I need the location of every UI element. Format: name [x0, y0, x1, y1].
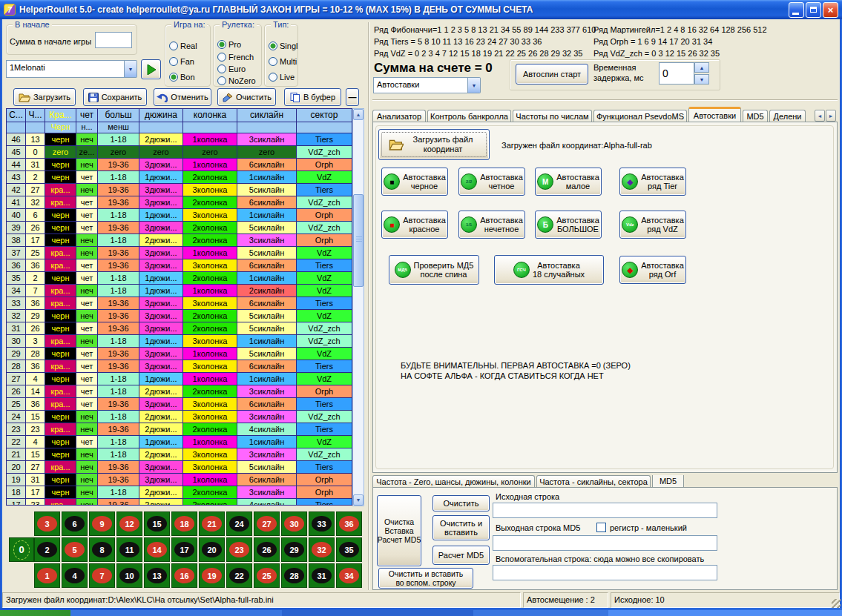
board-cell[interactable]: 18	[171, 511, 197, 536]
radio-icon[interactable]	[169, 73, 178, 82]
tab-scroll-left-icon[interactable]: ◄	[815, 110, 825, 122]
toolbar-button-2[interactable]: Сохранить	[83, 88, 147, 106]
scroll-up-icon[interactable]: ▲	[353, 109, 364, 120]
md5-source-input[interactable]	[493, 503, 717, 518]
radio-icon[interactable]	[269, 73, 277, 82]
table-row[interactable]: 2115черннеч1-182дюжи...3колонка3сиклайнV…	[7, 448, 352, 461]
board-cell-zero[interactable]: 0	[9, 537, 34, 562]
radio-icon[interactable]	[217, 76, 226, 85]
task-button[interactable]	[473, 610, 608, 616]
radio-icon[interactable]	[217, 53, 226, 62]
stake-button-3[interactable]: МАвтоставкамалое	[535, 168, 602, 196]
board-cell[interactable]: 17	[171, 537, 197, 562]
register-checkbox[interactable]	[596, 523, 606, 532]
column-header[interactable]: С...	[7, 109, 26, 122]
column-header[interactable]: Ч...	[26, 109, 45, 122]
table-row[interactable]: 2027кра...неч19-363дюжи...3колонка5сикла…	[7, 461, 352, 474]
autospin-start-button[interactable]: Автоспин старт	[516, 64, 588, 85]
board-cell[interactable]: 4	[62, 563, 88, 588]
task-button[interactable]	[70, 610, 282, 616]
board-cell[interactable]: 5	[62, 537, 88, 562]
table-row[interactable]: 1931черннеч19-363дюжи...1колонка6сиклайн…	[7, 474, 352, 486]
bottom-tab-1[interactable]: Частота - Zero, шансы, дюжины, колонки	[372, 475, 535, 488]
radio-option-bon[interactable]: Bon	[169, 73, 195, 82]
md5-calc-button[interactable]: Расчет MD5	[432, 546, 490, 565]
table-row[interactable]: 3636кра...чет19-363дюжи...3колонка6сикла…	[7, 259, 352, 272]
resize-grip[interactable]	[832, 599, 841, 608]
radio-option-nozero[interactable]: NoZero	[217, 76, 256, 85]
table-row[interactable]: 274чернчет1-181дюжи...1колонка1сиклайнVd…	[7, 373, 352, 385]
radio-icon[interactable]	[169, 42, 178, 50]
column-header[interactable]	[139, 122, 183, 133]
table-row[interactable]: 2415черннеч1-182дюжи...3колонка3сиклайнV…	[7, 411, 352, 423]
board-cell[interactable]: 3	[34, 511, 60, 536]
md5-clear-button[interactable]: Очистить	[432, 495, 490, 511]
board-cell[interactable]: 8	[89, 537, 115, 562]
board-cell[interactable]: 11	[116, 537, 142, 562]
table-row[interactable]: 303кра...неч1-181дюжи...3колонка1сиклайн…	[7, 335, 352, 348]
board-cell[interactable]: 25	[254, 563, 280, 588]
column-header[interactable]: чет	[76, 109, 98, 122]
column-header[interactable]: больш	[98, 109, 139, 122]
table-row[interactable]: 4431черннеч19-363дюжи...1колонка6сиклайн…	[7, 159, 352, 171]
stake-button-4[interactable]: ◆Автоставкаряд Tier	[619, 168, 686, 196]
minimize-button[interactable]	[789, 2, 804, 18]
bottom-tab-2[interactable]: Частота - сиклайны, сектора	[536, 475, 651, 488]
board-cell[interactable]: 6	[62, 511, 88, 536]
stake-button-6[interactable]: 1/1Автоставканечетное	[458, 211, 525, 239]
md5-aux-input[interactable]	[493, 565, 717, 580]
board-cell[interactable]: 34	[336, 563, 362, 588]
tab-scroll-right-icon[interactable]: ►	[826, 110, 836, 122]
table-row[interactable]: 3817черннеч1-182дюжи...2колонка3сиклайнO…	[7, 234, 352, 247]
table-row[interactable]: 3229черннеч19-363дюжи...2колонка5сиклайн…	[7, 310, 352, 322]
table-row[interactable]: 3926чернчет19-363дюжи...2колонка5сиклайн…	[7, 222, 352, 234]
column-header[interactable]: сектор	[297, 109, 352, 122]
scroll-track[interactable]	[353, 120, 364, 494]
maximize-button[interactable]	[806, 2, 821, 18]
column-header[interactable]: Черн	[45, 122, 76, 133]
board-cell[interactable]: 27	[254, 511, 280, 536]
board-cell[interactable]: 32	[309, 537, 335, 562]
column-header[interactable]: сиклайн	[237, 109, 297, 122]
board-cell[interactable]: 30	[281, 511, 307, 536]
board-cell[interactable]: 2	[34, 537, 60, 562]
board-cell[interactable]: 24	[226, 511, 252, 536]
table-row[interactable]: 1817черннеч1-182дюжи...2колонка3сиклайнO…	[7, 486, 352, 499]
column-header[interactable]	[7, 122, 26, 133]
table-row[interactable]: 406чернчет1-181дюжи...3колонка1сиклайнOr…	[7, 209, 352, 222]
table-row[interactable]: 347кра...неч1-181дюжи...1колонка2сиклайн…	[7, 285, 352, 297]
table-row[interactable]: 4227кра...неч19-363дюжи...3колонка5сикла…	[7, 184, 352, 196]
table-row[interactable]: 2536кра...чет19-363дюжи...3колонка6сикла…	[7, 398, 352, 411]
board-cell[interactable]: 20	[199, 537, 225, 562]
board-cell[interactable]: 7	[89, 563, 115, 588]
stake-button-2[interactable]: 2/2Автоставкачетное	[458, 168, 525, 196]
table-row[interactable]: 450zeroze...zerozerozerozeroVdZ_zch	[7, 146, 352, 159]
radio-option-french[interactable]: French	[217, 53, 254, 62]
table-row[interactable]: 4613черннеч1-182дюжи...1колонка3сиклайнT…	[7, 133, 352, 146]
radio-option-multi[interactable]: Multi	[269, 57, 297, 66]
table-row[interactable]: 3725кра...неч19-363дюжи...1колонка5сикла…	[7, 247, 352, 259]
board-cell[interactable]: 33	[309, 511, 335, 536]
radio-option-real[interactable]: Real	[169, 42, 197, 50]
tab-3[interactable]: Частоты по числам	[513, 110, 592, 122]
autostakes-combobox[interactable]: Автоставки ▼	[373, 77, 481, 93]
board-cell[interactable]: 29	[281, 537, 307, 562]
radio-icon[interactable]	[217, 64, 226, 73]
stake-button-1[interactable]: ■Автоставкачерное	[381, 168, 448, 196]
board-cell[interactable]: 14	[144, 537, 170, 562]
board-cell[interactable]: 19	[199, 563, 225, 588]
chevron-down-icon[interactable]: ▼	[125, 60, 137, 78]
toolbar-button-5[interactable]: В буфер	[284, 88, 341, 106]
stake-button-5[interactable]: ■Автоставкакрасное	[381, 211, 448, 239]
start-spin-button[interactable]	[141, 59, 161, 79]
column-header[interactable]	[297, 122, 352, 133]
tab-1[interactable]: Анализатор	[372, 110, 426, 122]
stake-button-8[interactable]: VdzАвтоставкаряд VdZ	[619, 211, 686, 239]
table-row[interactable]: 4132кра...чет19-363дюжи...2колонка6сикла…	[7, 196, 352, 209]
column-header[interactable]	[237, 122, 297, 133]
md5-clear-paste-button[interactable]: Очистить и вставить	[432, 515, 490, 540]
tab-2[interactable]: Контроль банкролла	[427, 110, 511, 122]
tab-4[interactable]: Функционал PsevdoMS	[593, 110, 687, 122]
tab-5[interactable]: Автоставки	[688, 107, 741, 122]
stake-button-9[interactable]: МД5Проверить МД5после спина	[389, 255, 479, 285]
